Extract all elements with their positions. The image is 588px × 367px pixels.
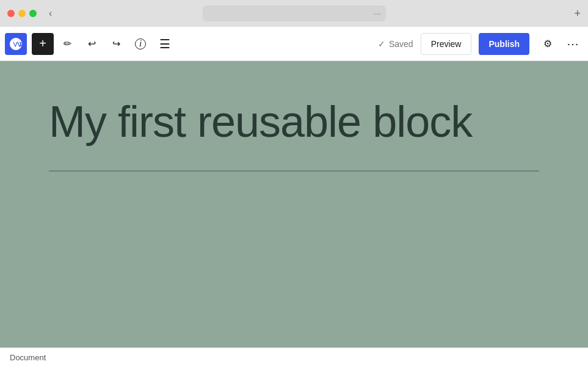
wp-logo-icon — [9, 37, 23, 51]
redo-icon: ↪ — [112, 38, 120, 49]
check-icon: ✓ — [378, 39, 385, 49]
new-tab-button[interactable]: + — [574, 7, 581, 20]
wp-logo[interactable] — [5, 33, 27, 55]
maximize-button[interactable] — [29, 10, 37, 17]
plus-icon: + — [39, 37, 46, 51]
preview-button[interactable]: Preview — [421, 33, 472, 55]
address-bar[interactable]: ··· — [203, 5, 386, 21]
pencil-icon: ✏ — [64, 38, 71, 49]
undo-button[interactable]: ↩ — [81, 33, 103, 55]
page-title[interactable]: My first reusable block — [49, 98, 539, 146]
back-button[interactable]: ‹ — [46, 5, 54, 21]
ellipsis-icon: ⋯ — [567, 37, 578, 51]
list-icon: ☰ — [159, 37, 170, 51]
settings-button[interactable]: ⚙ — [537, 33, 559, 55]
redo-button[interactable]: ↪ — [105, 33, 127, 55]
editor-canvas: My first reusable block — [0, 61, 588, 347]
address-bar-dots: ··· — [374, 9, 381, 18]
separator-line — [49, 170, 539, 172]
info-button[interactable]: i — [129, 33, 151, 55]
edit-button[interactable]: ✏ — [56, 33, 78, 55]
title-bar: ‹ ··· + — [0, 0, 588, 27]
bottom-bar: Document — [0, 347, 588, 367]
document-label: Document — [10, 353, 46, 362]
close-button[interactable] — [7, 10, 15, 17]
undo-icon: ↩ — [88, 38, 96, 49]
traffic-lights — [7, 10, 37, 17]
more-options-button[interactable]: ⋯ — [561, 33, 583, 55]
publish-button[interactable]: Publish — [479, 33, 529, 55]
add-block-button[interactable]: + — [32, 33, 54, 55]
saved-label: Saved — [389, 39, 413, 49]
info-icon: i — [135, 38, 146, 49]
gear-icon: ⚙ — [543, 38, 552, 49]
minimize-button[interactable] — [18, 10, 26, 17]
wp-toolbar: + ✏ ↩ ↪ i ☰ ✓ Saved Preview Publish ⚙ ⋯ — [0, 27, 588, 61]
list-view-button[interactable]: ☰ — [154, 33, 176, 55]
saved-status: ✓ Saved — [378, 39, 413, 49]
